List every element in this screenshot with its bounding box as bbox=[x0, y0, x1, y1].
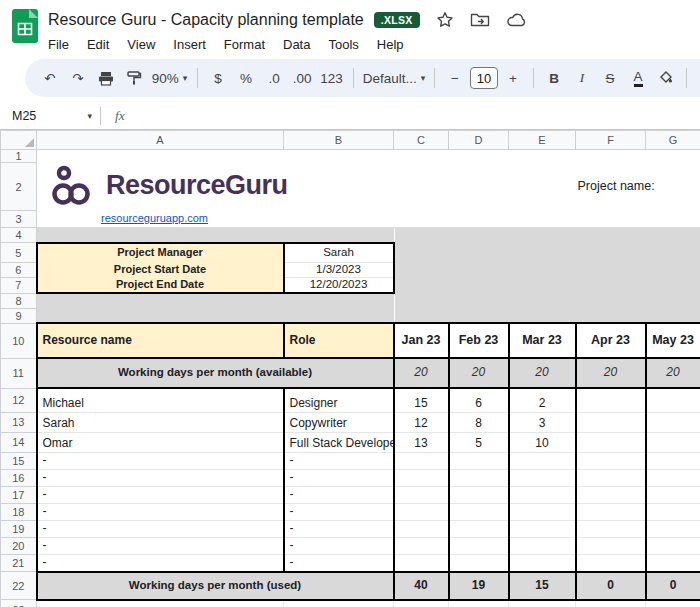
days-cell[interactable] bbox=[646, 503, 700, 520]
row-header[interactable]: 21 bbox=[1, 554, 37, 572]
days-cell[interactable] bbox=[509, 520, 576, 537]
row-header[interactable]: 1 bbox=[1, 150, 37, 163]
days-cell[interactable] bbox=[646, 452, 700, 469]
resource-role-cell[interactable]: Designer bbox=[284, 388, 394, 412]
days-cell[interactable] bbox=[646, 554, 700, 572]
grid-cell[interactable] bbox=[646, 600, 700, 607]
days-cell[interactable] bbox=[509, 486, 576, 503]
menu-item-format[interactable]: Format bbox=[215, 35, 274, 54]
days-cell[interactable]: 8 bbox=[449, 412, 509, 432]
days-cell[interactable] bbox=[646, 486, 700, 503]
paint-format-button[interactable] bbox=[121, 65, 147, 91]
row-header[interactable]: 9 bbox=[1, 308, 37, 323]
days-cell[interactable] bbox=[394, 469, 449, 486]
project-manager-label-cell[interactable]: Project Manager bbox=[37, 243, 284, 263]
logo-cell[interactable]: ResourceGuru bbox=[37, 163, 576, 211]
resource-name-cell[interactable]: Omar bbox=[37, 432, 284, 452]
days-cell[interactable] bbox=[509, 537, 576, 554]
resource-name-cell[interactable]: Sarah bbox=[37, 412, 284, 432]
grid-cell[interactable] bbox=[284, 600, 394, 607]
menu-item-edit[interactable]: Edit bbox=[78, 35, 118, 54]
used-value-cell[interactable]: 40 bbox=[394, 572, 449, 600]
empty-role-cell[interactable]: - bbox=[284, 452, 394, 469]
currency-format-button[interactable]: $ bbox=[205, 65, 231, 91]
days-cell[interactable] bbox=[576, 412, 646, 432]
month-header-cell[interactable]: May 23 bbox=[646, 323, 700, 358]
grid-cell[interactable] bbox=[576, 600, 646, 607]
column-header-b[interactable]: B bbox=[284, 131, 394, 150]
days-cell[interactable] bbox=[509, 452, 576, 469]
days-cell[interactable]: 12 bbox=[394, 412, 449, 432]
days-cell[interactable] bbox=[576, 537, 646, 554]
menu-item-tools[interactable]: Tools bbox=[319, 35, 367, 54]
row-header[interactable]: 18 bbox=[1, 503, 37, 520]
days-cell[interactable]: 5 bbox=[449, 432, 509, 452]
days-cell[interactable] bbox=[449, 554, 509, 572]
name-box[interactable]: M25 ▾ bbox=[12, 109, 100, 123]
empty-role-cell[interactable]: - bbox=[284, 520, 394, 537]
empty-resource-cell[interactable]: - bbox=[37, 469, 284, 486]
grid-cell[interactable] bbox=[37, 293, 394, 308]
month-header-cell[interactable]: Feb 23 bbox=[449, 323, 509, 358]
days-cell[interactable] bbox=[509, 503, 576, 520]
empty-resource-cell[interactable]: - bbox=[37, 554, 284, 572]
doc-title[interactable]: Resource Guru - Capacity planning templa… bbox=[48, 11, 364, 29]
row-header[interactable]: 5 bbox=[1, 243, 37, 263]
grid-cell[interactable] bbox=[449, 600, 509, 607]
resource-role-cell[interactable]: Copywriter bbox=[284, 412, 394, 432]
column-header-c[interactable]: C bbox=[394, 131, 449, 150]
menu-item-file[interactable]: File bbox=[39, 35, 78, 54]
days-cell[interactable] bbox=[646, 520, 700, 537]
available-value-cell[interactable]: 20 bbox=[449, 358, 509, 388]
available-label-cell[interactable]: Working days per month (available) bbox=[37, 358, 394, 388]
font-size-input[interactable]: 10 bbox=[470, 67, 498, 89]
used-value-cell[interactable]: 0 bbox=[646, 572, 700, 600]
row-header[interactable]: 13 bbox=[1, 412, 37, 432]
project-end-label-cell[interactable]: Project End Date bbox=[37, 278, 284, 294]
days-cell[interactable] bbox=[394, 520, 449, 537]
grid-cell[interactable] bbox=[394, 228, 700, 324]
days-cell[interactable] bbox=[576, 452, 646, 469]
row-header[interactable]: 10 bbox=[1, 323, 37, 358]
days-cell[interactable]: 15 bbox=[394, 388, 449, 412]
used-value-cell[interactable]: 0 bbox=[576, 572, 646, 600]
empty-role-cell[interactable]: - bbox=[284, 469, 394, 486]
redo-button[interactable]: ↷ bbox=[65, 65, 91, 91]
resource-role-cell[interactable]: Full Stack Developer bbox=[284, 432, 394, 452]
menu-item-insert[interactable]: Insert bbox=[164, 35, 215, 54]
days-cell[interactable] bbox=[394, 452, 449, 469]
column-header-a[interactable]: A bbox=[37, 131, 284, 150]
undo-button[interactable]: ↶ bbox=[37, 65, 63, 91]
days-cell[interactable]: 6 bbox=[449, 388, 509, 412]
empty-role-cell[interactable]: - bbox=[284, 486, 394, 503]
column-header-e[interactable]: E bbox=[509, 131, 576, 150]
grid-cell[interactable] bbox=[394, 600, 449, 607]
days-cell[interactable] bbox=[449, 520, 509, 537]
role-header-cell[interactable]: Role bbox=[284, 323, 394, 358]
menu-item-view[interactable]: View bbox=[118, 35, 164, 54]
row-header[interactable]: 19 bbox=[1, 520, 37, 537]
grid-cell[interactable] bbox=[37, 308, 394, 323]
menu-item-help[interactable]: Help bbox=[368, 35, 413, 54]
row-header[interactable]: 12 bbox=[1, 388, 37, 412]
resourceguru-link[interactable]: resourceguruapp.com bbox=[101, 212, 208, 224]
month-header-cell[interactable]: Jan 23 bbox=[394, 323, 449, 358]
days-cell[interactable] bbox=[576, 388, 646, 412]
decrease-font-size-button[interactable]: − bbox=[442, 65, 468, 91]
empty-resource-cell[interactable]: - bbox=[37, 452, 284, 469]
print-button[interactable] bbox=[93, 65, 119, 91]
empty-role-cell[interactable]: - bbox=[284, 503, 394, 520]
days-cell[interactable] bbox=[449, 486, 509, 503]
empty-resource-cell[interactable]: - bbox=[37, 520, 284, 537]
month-header-cell[interactable]: Apr 23 bbox=[576, 323, 646, 358]
google-sheets-icon[interactable] bbox=[12, 9, 38, 47]
available-value-cell[interactable]: 20 bbox=[576, 358, 646, 388]
days-cell[interactable] bbox=[576, 503, 646, 520]
fill-color-button[interactable] bbox=[653, 65, 679, 91]
font-dropdown[interactable]: Default...▾ bbox=[361, 65, 427, 91]
project-start-value-cell[interactable]: 1/3/2023 bbox=[284, 263, 394, 278]
row-header[interactable]: 2 bbox=[1, 163, 37, 211]
days-cell[interactable] bbox=[394, 503, 449, 520]
used-label-cell[interactable]: Working days per month (used) bbox=[37, 572, 394, 600]
days-cell[interactable] bbox=[449, 537, 509, 554]
